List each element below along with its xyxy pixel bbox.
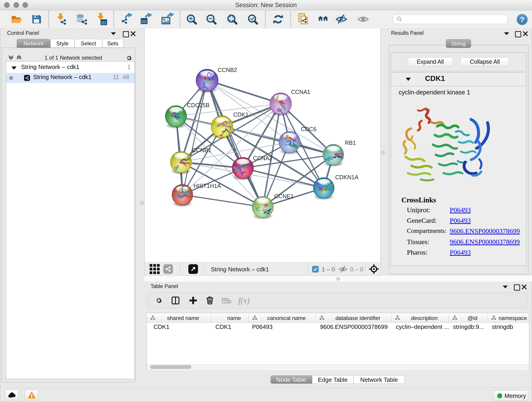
svg-text:CCNA2: CCNA2	[253, 155, 272, 161]
svg-text:CDC25B: CDC25B	[187, 102, 210, 108]
svg-text:CDKN1A: CDKN1A	[335, 174, 359, 180]
svg-text:CDK1: CDK1	[233, 111, 249, 118]
svg-text:CCNE1: CCNE1	[274, 193, 294, 199]
svg-text:CCNB2: CCNB2	[218, 67, 237, 73]
svg-text:CCNB1: CCNB1	[192, 147, 211, 153]
svg-text:HIST1H1A: HIST1H1A	[194, 183, 221, 189]
svg-text:RB1: RB1	[345, 140, 356, 146]
svg-text:CCNA1: CCNA1	[291, 89, 310, 95]
svg-text:CDC6: CDC6	[301, 126, 317, 132]
